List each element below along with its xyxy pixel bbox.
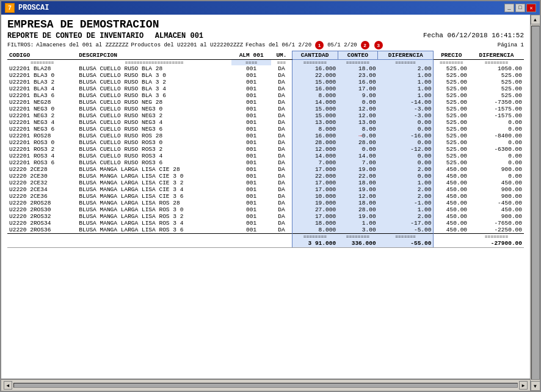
footer-separator-top: ======== ======== ======= ======== <box>7 234 524 240</box>
cell-precio: 525.00 <box>434 139 469 146</box>
cell-diff: -12.00 <box>378 146 434 153</box>
cell-diff: 0.00 <box>378 159 434 166</box>
table-row: U22201 ROS3 2 BLUSA CUELLO RUSO ROS3 2 0… <box>7 146 524 153</box>
hora-value: 16:41:52 <box>492 32 524 39</box>
cell-precio: 525.00 <box>434 126 469 132</box>
cell-alm: 001 <box>231 213 272 220</box>
cell-codigo: U2220 2ROS32 <box>7 213 77 220</box>
cell-cantidad: 16.000 <box>292 65 338 72</box>
cell-diff2: -450.00 <box>469 200 524 206</box>
cell-diff: -14.00 <box>378 99 434 106</box>
cell-diff: -1.00 <box>378 200 434 206</box>
cell-codigo: U22201 BLA3 4 <box>7 85 77 92</box>
horizontal-scrollbar[interactable]: ◄ ► <box>1 379 530 391</box>
cell-diff2: -2250.00 <box>469 227 524 234</box>
cell-um: DA <box>271 65 292 72</box>
cell-codigo: U2220 2CE28 <box>7 166 77 173</box>
table-row: U22201 BLA3 6 BLUSA CUELLO RUSO BLA 3 6 … <box>7 92 524 99</box>
cell-desc: BLUSA CUELLO RUSO BLA 3 4 <box>77 85 231 92</box>
cell-diff2: -7350.00 <box>469 99 524 106</box>
cell-codigo: U2220 2ROS30 <box>7 206 77 213</box>
cell-diff2: -8400.00 <box>469 132 524 139</box>
col-descripcion: DESCRIPCION <box>77 51 231 60</box>
cell-conteo: 12.00 <box>338 193 378 200</box>
inventory-table: CODIGO DESCRIPCION ALM 001 UM. CANTIDAD … <box>7 51 524 248</box>
cell-um: DA <box>271 153 292 159</box>
cell-diff: -16.00 <box>378 132 434 139</box>
table-row: U2220 2CE36 BLUSA MANGA LARGA LISA CIE 3… <box>7 193 524 200</box>
minimize-button[interactable]: _ <box>504 4 514 12</box>
col-diferencia: DIFERENCIA <box>378 51 434 60</box>
main-window: 7 PROSCAI _ □ ✕ EMPRESA DE DEMOSTRACION … <box>0 0 541 392</box>
cell-precio: 525.00 <box>434 85 469 92</box>
table-row: U22201 ROS3 0 BLUSA CUELLO RUSO ROS3 0 0… <box>7 139 524 146</box>
filters-label: FILTROS: <box>7 42 34 48</box>
total-conteo: 336.000 <box>338 239 378 247</box>
restore-button[interactable]: □ <box>515 4 525 12</box>
cell-codigo: U22201 NEG3 6 <box>7 126 77 132</box>
cell-precio: 525.00 <box>434 99 469 106</box>
cell-cantidad: 16.000 <box>292 85 338 92</box>
cell-alm: 001 <box>231 173 272 180</box>
footer-bottom-border <box>7 247 524 248</box>
cell-conteo: 9.00 <box>338 92 378 99</box>
cell-cantidad: 18.000 <box>292 220 338 227</box>
arrow-icon: → <box>358 132 362 139</box>
badge-3: 3 <box>374 41 383 49</box>
cell-codigo: U2220 2CE32 <box>7 180 77 186</box>
app-icon: 7 <box>5 3 15 13</box>
scroll-up-button[interactable]: ▲ <box>531 15 540 24</box>
cell-um: DA <box>271 72 292 79</box>
data-table-container[interactable]: CODIGO DESCRIPCION ALM 001 UM. CANTIDAD … <box>7 51 524 375</box>
total-diff2: -27900.00 <box>469 239 524 247</box>
scroll-right-button[interactable]: ► <box>519 381 528 390</box>
cell-conteo: 23.00 <box>338 72 378 79</box>
cell-codigo: U22201 NEG3 2 <box>7 112 77 119</box>
horizontal-scroll-track[interactable] <box>13 383 518 388</box>
vertical-scroll-track[interactable] <box>531 26 540 380</box>
cell-diff2: 0.00 <box>469 126 524 132</box>
cell-diff: -3.00 <box>378 112 434 119</box>
cell-conteo: 7.00 <box>338 159 378 166</box>
cell-alm: 001 <box>231 206 272 213</box>
cell-diff: 2.00 <box>378 186 434 193</box>
cell-codigo: U22201 ROS3 0 <box>7 139 77 146</box>
cell-cantidad: 14.000 <box>292 99 338 106</box>
cell-diff2: 0.00 <box>469 153 524 159</box>
header-separator: ======== ==================== ==== === =… <box>7 60 524 66</box>
cell-desc: BLUSA CUELLO RUSO ROS3 2 <box>77 146 231 153</box>
cell-precio: 525.00 <box>434 112 469 119</box>
scroll-left-button[interactable]: ◄ <box>4 381 12 390</box>
cell-conteo: 14.00 <box>338 153 378 159</box>
filters-text1: Almacenes del 001 al ZZZZZZZ <box>36 42 128 48</box>
cell-desc: BLUSA MANGA LARGA LISA CIE 3 2 <box>77 180 231 186</box>
cell-codigo: U2220 2ROS36 <box>7 227 77 234</box>
cell-alm: 001 <box>231 153 272 159</box>
cell-desc: BLUSA MANGA LARGA LISA CIE 28 <box>77 166 231 173</box>
cell-diff: -3.00 <box>378 106 434 112</box>
vertical-scrollbar[interactable]: ▲ ▼ <box>530 15 540 391</box>
cell-cantidad: 7.000 <box>292 159 338 166</box>
cell-precio: 525.00 <box>434 132 469 139</box>
cell-conteo: 13.00 <box>338 119 378 126</box>
cell-conteo: 19.00 <box>338 166 378 173</box>
cell-um: DA <box>271 126 292 132</box>
scroll-down-button[interactable]: ▼ <box>531 381 540 391</box>
cell-diff: -5.00 <box>378 227 434 234</box>
cell-diff: 0.00 <box>378 153 434 159</box>
cell-desc: BLUSA CUELLO RUSO ROS 28 <box>77 132 231 139</box>
cell-codigo: U2220 2CE34 <box>7 186 77 193</box>
cell-um: DA <box>271 227 292 234</box>
cell-um: DA <box>271 85 292 92</box>
cell-diff2: 450.00 <box>469 180 524 186</box>
cell-diff: 1.00 <box>378 79 434 85</box>
cell-conteo: 8.00 <box>338 126 378 132</box>
cell-codigo: U22201 ROS3 6 <box>7 159 77 166</box>
cell-codigo: U22201 ROS3 2 <box>7 146 77 153</box>
close-button[interactable]: ✕ <box>526 4 536 12</box>
report-title: REPORTE DE CONTEO DE INVENTARIO <box>7 32 143 40</box>
cell-diff: 1.00 <box>378 72 434 79</box>
cell-cantidad: 14.000 <box>292 153 338 159</box>
cell-alm: 001 <box>231 139 272 146</box>
cell-desc: BLUSA MANGA LARGA LISA CIE 3 6 <box>77 193 231 200</box>
